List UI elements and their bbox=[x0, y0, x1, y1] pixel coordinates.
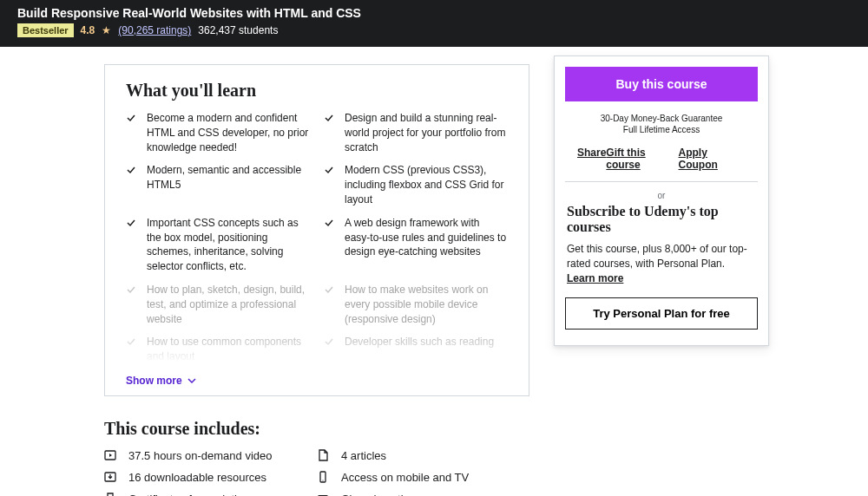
course-meta-row: Bestseller 4.8 ★ (90,265 ratings) 362,43… bbox=[17, 23, 851, 37]
download-icon bbox=[104, 471, 116, 483]
course-includes: This course includes: 37.5 hours on-dema… bbox=[104, 419, 529, 496]
share-link[interactable]: Share bbox=[577, 147, 606, 171]
check-icon bbox=[126, 284, 136, 326]
star-icon: ★ bbox=[102, 24, 111, 36]
buy-course-button[interactable]: Buy this course bbox=[565, 67, 758, 101]
includes-item-text: Access on mobile and TV bbox=[341, 471, 469, 484]
check-icon bbox=[126, 218, 136, 274]
includes-item-text: Closed captions bbox=[341, 493, 422, 496]
check-icon bbox=[324, 284, 334, 326]
includes-item: 4 articles bbox=[317, 449, 529, 462]
subscribe-heading: Subscribe to Udemy's top courses bbox=[567, 204, 756, 235]
rating-value: 4.8 bbox=[81, 24, 95, 36]
wyl-item-text: How to make websites work on every possi… bbox=[345, 283, 508, 326]
subscribe-learn-more[interactable]: Learn more bbox=[567, 272, 623, 284]
bestseller-badge: Bestseller bbox=[17, 23, 74, 37]
wyl-item: Modern, semantic and accessible HTML5 bbox=[126, 163, 310, 206]
wyl-item-text: Important CSS concepts such as the box m… bbox=[147, 216, 310, 274]
check-icon bbox=[126, 165, 136, 206]
wyl-item: How to make websites work on every possi… bbox=[324, 283, 508, 326]
check-icon bbox=[324, 113, 334, 154]
money-back-text: 30-Day Money-Back Guarantee bbox=[555, 114, 768, 123]
includes-item: Certificate of completion bbox=[104, 493, 317, 496]
chevron-down-icon bbox=[187, 378, 196, 383]
course-title: Build Responsive Real-World Websites wit… bbox=[17, 6, 851, 20]
cert-icon bbox=[104, 493, 116, 496]
what-youll-learn-box: What you'll learn Become a modern and co… bbox=[104, 64, 529, 396]
check-icon bbox=[126, 113, 136, 154]
show-more-button[interactable]: Show more bbox=[126, 375, 508, 387]
purchase-sidebar: Buy this course 30-Day Money-Back Guaran… bbox=[554, 55, 769, 346]
lifetime-access-text: Full Lifetime Access bbox=[555, 125, 768, 134]
wyl-item: How to plan, sketch, design, build, test… bbox=[126, 283, 310, 326]
cc-icon: CC bbox=[317, 493, 329, 496]
video-icon bbox=[104, 449, 116, 461]
ratings-link[interactable]: (90,265 ratings) bbox=[118, 24, 191, 36]
wyl-item-text: Design and build a stunning real-world p… bbox=[345, 111, 508, 154]
main-content: What you'll learn Become a modern and co… bbox=[0, 55, 538, 496]
check-icon bbox=[324, 218, 334, 274]
apply-coupon-link[interactable]: Apply Coupon bbox=[679, 147, 746, 171]
wyl-item: Design and build a stunning real-world p… bbox=[324, 111, 508, 154]
course-header: Build Responsive Real-World Websites wit… bbox=[0, 0, 868, 47]
includes-item: CCClosed captions bbox=[317, 493, 529, 496]
includes-item-text: 37.5 hours on-demand video bbox=[128, 449, 273, 462]
wyl-item: Modern CSS (previous CSS3), including fl… bbox=[324, 163, 508, 206]
wyl-item: Become a modern and confident HTML and C… bbox=[126, 111, 310, 154]
or-divider: or bbox=[555, 191, 768, 200]
wyl-heading: What you'll learn bbox=[126, 81, 508, 101]
includes-item-text: 16 downloadable resources bbox=[128, 471, 266, 484]
subscribe-desc: Get this course, plus 8,000+ of our top-… bbox=[567, 242, 756, 285]
wyl-item-text: Modern, semantic and accessible HTML5 bbox=[147, 163, 310, 206]
wyl-item-text: Become a modern and confident HTML and C… bbox=[147, 111, 310, 154]
mobile-icon bbox=[317, 471, 329, 483]
wyl-item-text: How to plan, sketch, design, build, test… bbox=[147, 283, 310, 326]
includes-item-text: 4 articles bbox=[341, 449, 386, 462]
wyl-item: Important CSS concepts such as the box m… bbox=[126, 216, 310, 274]
includes-item-text: Certificate of completion bbox=[128, 493, 249, 496]
wyl-item-text: Modern CSS (previous CSS3), including fl… bbox=[345, 163, 508, 206]
svg-point-3 bbox=[322, 480, 323, 481]
includes-item: 37.5 hours on-demand video bbox=[104, 449, 317, 462]
show-more-label: Show more bbox=[126, 375, 182, 387]
gift-course-link[interactable]: Gift this course bbox=[606, 147, 678, 171]
fade-mask bbox=[106, 328, 528, 362]
includes-heading: This course includes: bbox=[104, 419, 529, 439]
article-icon bbox=[317, 449, 329, 461]
try-personal-plan-button[interactable]: Try Personal Plan for free bbox=[565, 297, 758, 330]
wyl-item: A web design framework with easy-to-use … bbox=[324, 216, 508, 274]
wyl-item-text: A web design framework with easy-to-use … bbox=[345, 216, 508, 274]
includes-item: Access on mobile and TV bbox=[317, 471, 529, 484]
check-icon bbox=[324, 165, 334, 206]
includes-item: 16 downloadable resources bbox=[104, 471, 317, 484]
students-count: 362,437 students bbox=[198, 24, 278, 36]
